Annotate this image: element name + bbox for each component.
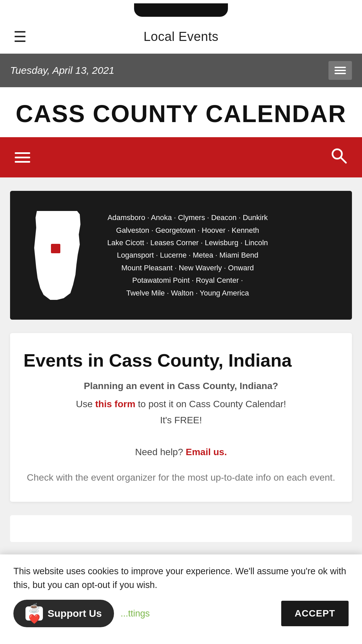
phone-notch xyxy=(134,3,228,17)
indiana-map xyxy=(23,208,97,303)
hamburger-menu-icon[interactable]: ☰ xyxy=(13,30,26,44)
page-title: Local Events xyxy=(143,30,219,44)
cookie-actions: ☕❤️ Support Us ...ttings ACCEPT xyxy=(13,600,349,627)
main-content: Adamsboro · Anoka · Clymers · Deacon · D… xyxy=(0,177,362,555)
red-nav xyxy=(0,137,362,177)
body-prefix: Use xyxy=(76,399,95,409)
top-nav: ☰ Local Events xyxy=(0,20,362,54)
events-body: Use this form to post it on Cass County … xyxy=(23,396,339,460)
search-icon[interactable] xyxy=(330,147,347,168)
phone-top xyxy=(0,0,362,20)
support-label: Support Us xyxy=(48,608,102,619)
email-us-link[interactable]: Email us. xyxy=(186,447,227,457)
events-heading: Events in Cass County, Indiana xyxy=(23,350,339,371)
cookie-settings-link[interactable]: ...ttings xyxy=(121,608,150,619)
settings-label-prefix: ... xyxy=(121,608,128,619)
this-form-link[interactable]: this form xyxy=(95,399,135,409)
support-icon: ☕❤️ xyxy=(25,606,43,621)
cities-list: Adamsboro · Anoka · Clymers · Deacon · D… xyxy=(107,211,268,299)
accept-button[interactable]: ACCEPT xyxy=(281,601,349,626)
date-bar-menu-icon[interactable] xyxy=(328,61,352,80)
svg-marker-2 xyxy=(34,211,80,300)
red-nav-hamburger-icon[interactable] xyxy=(15,150,30,165)
support-us-button[interactable]: ☕❤️ Support Us xyxy=(13,600,114,627)
events-subtitle: Planning an event in Cass County, Indian… xyxy=(23,381,339,391)
cookie-message: This website uses cookies to improve you… xyxy=(13,565,349,592)
events-note: Check with the event organizer for the m… xyxy=(23,470,339,485)
site-logo[interactable]: CASS COUNTY CALENDAR xyxy=(13,101,349,127)
current-date: Tuesday, April 13, 2021 xyxy=(10,65,114,76)
logo-area: CASS COUNTY CALENDAR xyxy=(0,87,362,137)
svg-rect-3 xyxy=(51,244,60,253)
svg-line-1 xyxy=(341,158,346,163)
cookie-banner: This website uses cookies to improve you… xyxy=(0,554,362,644)
events-card: Events in Cass County, Indiana Planning … xyxy=(10,333,352,502)
date-bar: Tuesday, April 13, 2021 xyxy=(0,54,362,87)
partial-card xyxy=(10,515,352,542)
heart-cup-icon: ☕❤️ xyxy=(27,602,42,625)
county-banner: Adamsboro · Anoka · Clymers · Deacon · D… xyxy=(10,191,352,320)
